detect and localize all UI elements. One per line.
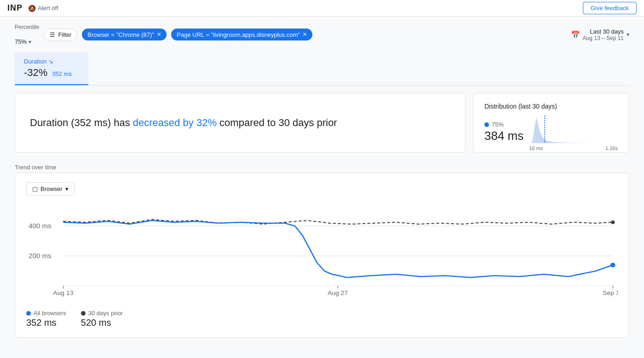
metric-tab-current: 352 ms: [52, 70, 72, 77]
dist-axis: 16 ms 1.16s: [529, 145, 618, 151]
legend-all-browsers-value: 352 ms: [26, 318, 66, 328]
give-feedback-button[interactable]: Give feedback: [583, 2, 637, 14]
tab-title-label: Duration: [24, 58, 46, 65]
metric-tab-change: -32%: [24, 67, 47, 78]
top-bar: INP 🔕 Alert off Give feedback: [0, 0, 644, 17]
alert-label: Alert off: [38, 5, 58, 12]
legend-dark-row: 30 days prior: [81, 310, 123, 317]
browser-filter-chip: Browser = "Chrome (87)" ×: [82, 29, 167, 40]
duration-tab[interactable]: Duration ↘ -32% 352 ms: [15, 52, 88, 85]
bell-off-icon: 🔕: [28, 5, 36, 12]
trend-section: ▢ Browser ▾ 400 ms 200 ms: [15, 173, 629, 338]
date-range-label: Last 30 days: [583, 28, 624, 35]
x-label-sep11: Sep 11: [603, 289, 618, 296]
browser-selector-label: Browser: [40, 185, 63, 192]
legend-blue-row: All browsers: [26, 310, 66, 317]
distribution-body: 75% 384 ms: [484, 115, 618, 143]
dist-axis-start: 16 ms: [529, 145, 543, 151]
metric-tab-title: Duration ↘: [24, 58, 79, 65]
percentile-label: Percentile: [15, 24, 39, 30]
x-label-aug13: Aug 13: [53, 289, 73, 296]
browser-chip-label: Browser = "Chrome (87)": [87, 31, 154, 38]
legend-30-days-prior: 30 days prior 520 ms: [81, 310, 123, 328]
legend-prior-label: 30 days prior: [88, 310, 123, 317]
filter-icon: ☰: [50, 31, 55, 38]
insight-text-before: Duration (352 ms) has: [30, 117, 133, 128]
calendar-icon: 📅: [571, 30, 580, 39]
trend-chart-svg: 400 ms 200 ms Aug 13 Aug 27 Sep 11: [26, 203, 618, 304]
url-chip-close[interactable]: ×: [303, 31, 307, 38]
distribution-stat: 75% 384 ms: [484, 121, 523, 143]
chart-legend: All browsers 352 ms 30 days prior 520 ms: [26, 310, 618, 328]
prior-last-dot: [611, 220, 615, 224]
percentile-value: 75%: [15, 38, 27, 45]
y-label-200: 200 ms: [29, 252, 51, 259]
top-bar-left: INP 🔕 Alert off: [7, 3, 58, 13]
url-filter-chip: Page URL = "livingroom.apps.disneyplus.c…: [171, 29, 312, 40]
browser-window-icon: ▢: [32, 185, 38, 192]
insight-text-after: compared to 30 days prior: [217, 117, 337, 128]
insight-card: Duration (352 ms) has decreased by 32% c…: [15, 93, 466, 153]
current-line: [63, 220, 613, 277]
insight-text: Duration (352 ms) has decreased by 32% c…: [30, 116, 337, 130]
legend-all-browsers: All browsers 352 ms: [26, 310, 66, 328]
inp-badge: INP: [7, 3, 23, 13]
date-chevron-icon: ▾: [627, 31, 629, 38]
alert-off: 🔕 Alert off: [28, 5, 58, 12]
dist-value: 384 ms: [484, 129, 523, 143]
legend-dot-blue: [26, 311, 31, 316]
date-range-text: Last 30 days Aug 13 – Sep 11: [583, 28, 624, 41]
legend-dot-dark: [81, 311, 86, 316]
tab-direction-icon: ↘: [48, 58, 53, 65]
dist-percentile-label: 75%: [492, 121, 504, 128]
percentile-selector[interactable]: Percentile 75%▾: [15, 24, 39, 45]
browser-chip-close[interactable]: ×: [157, 31, 161, 38]
tabs-divider: [15, 85, 629, 86]
summary-row: Duration (352 ms) has decreased by 32% c…: [15, 93, 629, 153]
y-label-400: 400 ms: [29, 222, 51, 229]
browser-selector[interactable]: ▢ Browser ▾: [26, 182, 75, 196]
distribution-chart: 16 ms 1.16s: [529, 115, 618, 143]
svg-marker-0: [529, 118, 618, 143]
x-label-aug27: Aug 27: [328, 289, 348, 296]
legend-all-browsers-label: All browsers: [34, 310, 66, 317]
distribution-card: Distribution (last 30 days) 75% 384 ms: [473, 93, 629, 153]
metric-tabs: Duration ↘ -32% 352 ms: [15, 52, 629, 86]
date-range-value: Aug 13 – Sep 11: [583, 35, 624, 41]
filter-label: Filter: [58, 31, 71, 38]
dist-dot: [484, 122, 489, 127]
insight-highlight: decreased by 32%: [133, 117, 217, 128]
main-content: Percentile 75%▾ ☰ Filter Browser = "Chro…: [0, 17, 644, 345]
legend-prior-value: 520 ms: [81, 318, 123, 328]
date-range-selector[interactable]: 📅 Last 30 days Aug 13 – Sep 11 ▾: [571, 28, 629, 41]
last-point-dot: [610, 263, 615, 267]
filter-button[interactable]: ☰ Filter: [44, 29, 77, 41]
filter-bar: Percentile 75%▾ ☰ Filter Browser = "Chro…: [15, 24, 629, 45]
url-chip-label: Page URL = "livingroom.apps.disneyplus.c…: [177, 31, 300, 38]
chart-container: 400 ms 200 ms Aug 13 Aug 27 Sep 11: [26, 203, 618, 304]
trend-label: Trend over time: [15, 164, 629, 171]
browser-chevron-icon: ▾: [65, 185, 69, 192]
dist-percentile-row: 75%: [484, 121, 523, 128]
dist-axis-end: 1.16s: [605, 145, 618, 151]
chevron-down-icon: ▾: [29, 39, 31, 45]
distribution-title: Distribution (last 30 days): [484, 103, 618, 110]
metric-tab-value-row: -32% 352 ms: [24, 67, 79, 79]
